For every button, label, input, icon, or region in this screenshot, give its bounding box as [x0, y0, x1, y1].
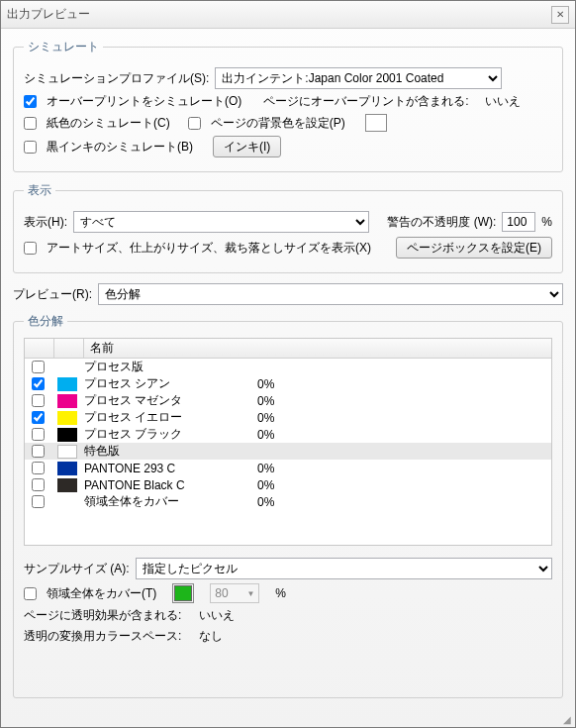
blend-value: なし	[199, 628, 223, 645]
resize-grip-icon[interactable]: ◢	[559, 712, 575, 727]
cover-row: 領域全体をカバー(T) 80 ▼ %	[24, 583, 552, 603]
show-select[interactable]: すべて	[73, 211, 369, 233]
row-checkbox[interactable]	[32, 495, 45, 508]
overprint-checkbox[interactable]	[24, 95, 37, 108]
artsize-row: アートサイズ、仕上がりサイズ、裁ち落としサイズを表示(X) ページボックスを設定…	[24, 237, 552, 259]
color-swatch-icon	[57, 462, 77, 475]
row-name: PANTONE 293 C	[80, 462, 253, 475]
overprint-info-label: ページにオーバープリントが含まれる:	[263, 93, 468, 110]
blend-label: 透明の変換用カラースペース:	[24, 628, 181, 645]
row-name: プロセス マゼンタ	[80, 392, 253, 409]
row-name: 特色版	[80, 443, 253, 460]
bgcolor-label: ページの背景色を設定(P)	[211, 115, 345, 132]
bottom-group: サンプルサイズ (A): 指定したピクセル 領域全体をカバー(T) 80 ▼	[24, 554, 552, 649]
dialog-title: 出力プレビュー	[7, 6, 551, 23]
table-row[interactable]: プロセス版	[25, 359, 551, 375]
paper-checkbox[interactable]	[24, 117, 37, 130]
color-swatch-icon	[57, 478, 77, 492]
artsize-label: アートサイズ、仕上がりサイズ、裁ち落としサイズを表示(X)	[47, 240, 371, 257]
trans-label: ページに透明効果が含まれる:	[24, 607, 181, 624]
blackink-row: 黒インキのシミュレート(B) インキ(I)	[24, 136, 552, 157]
table-row[interactable]: PANTONE Black C0%	[25, 476, 551, 493]
row-value: 0%	[253, 377, 342, 391]
row-checkbox[interactable]	[32, 478, 45, 491]
table-row[interactable]: 特色版	[25, 443, 551, 460]
pagebox-button[interactable]: ページボックスを設定(E)	[396, 237, 552, 259]
profile-select[interactable]: 出力インテント:Japan Color 2001 Coated	[215, 67, 502, 89]
sample-row: サンプルサイズ (A): 指定したピクセル	[24, 558, 552, 579]
paper-row: 紙色のシミュレート(C) ページの背景色を設定(P)	[24, 114, 552, 132]
cover-color-well[interactable]	[172, 583, 194, 603]
row-value: 0%	[253, 394, 342, 408]
profile-row: シミュレーションプロファイル(S): 出力インテント:Japan Color 2…	[24, 67, 552, 89]
color-swatch-icon	[57, 428, 77, 442]
blackink-checkbox[interactable]	[24, 141, 37, 154]
sample-select[interactable]: 指定したピクセル	[136, 558, 552, 579]
preview-select[interactable]: 色分解	[98, 283, 563, 305]
row-checkbox[interactable]	[32, 462, 45, 474]
bgcolor-well[interactable]	[365, 114, 387, 132]
row-name: プロセス イエロー	[80, 409, 253, 426]
table-row[interactable]: 領域全体をカバー0%	[25, 493, 551, 510]
blackink-label: 黒インキのシミュレート(B)	[47, 139, 193, 156]
trans-value: いいえ	[199, 607, 235, 624]
blend-row: 透明の変換用カラースペース: なし	[24, 628, 552, 645]
row-name: プロセス ブラック	[80, 426, 253, 443]
cover-value-select[interactable]: 80 ▼	[210, 583, 259, 603]
row-checkbox[interactable]	[32, 394, 45, 407]
row-value: 0%	[253, 478, 342, 492]
preview-label: プレビュー(R):	[13, 286, 92, 303]
cover-label: 領域全体をカバー(T)	[47, 585, 156, 602]
row-checkbox[interactable]	[32, 428, 45, 441]
separations-body: プロセス版プロセス シアン0%プロセス マゼンタ0%プロセス イエロー0%プロセ…	[25, 359, 551, 510]
artsize-checkbox[interactable]	[24, 242, 37, 255]
warn-input[interactable]	[502, 212, 535, 232]
show-label: 表示(H):	[24, 214, 67, 231]
row-checkbox[interactable]	[32, 445, 45, 458]
overprint-row: オーバープリントをシミュレート(O) ページにオーバープリントが含まれる: いい…	[24, 93, 552, 110]
name-column-header: 名前	[84, 340, 551, 357]
row-name: PANTONE Black C	[80, 478, 253, 492]
table-row[interactable]: プロセス ブラック0%	[25, 426, 551, 443]
ink-button[interactable]: インキ(I)	[213, 136, 281, 157]
color-swatch-icon	[57, 445, 77, 459]
dialog-content: シミュレート シミュレーションプロファイル(S): 出力インテント:Japan …	[1, 29, 575, 712]
row-value: 0%	[253, 411, 342, 425]
close-button[interactable]: ✕	[551, 6, 569, 24]
sample-label: サンプルサイズ (A):	[24, 561, 130, 577]
table-row[interactable]: プロセス シアン0%	[25, 375, 551, 392]
paper-label: 紙色のシミュレート(C)	[47, 115, 170, 132]
row-name: プロセス シアン	[80, 375, 253, 392]
simulate-legend: シミュレート	[24, 39, 103, 55]
row-value: 0%	[253, 428, 342, 442]
trans-row: ページに透明効果が含まれる: いいえ	[24, 607, 552, 624]
close-icon: ✕	[556, 9, 564, 20]
color-swatch-icon	[57, 411, 77, 425]
preview-row: プレビュー(R): 色分解	[13, 283, 563, 305]
bgcolor-checkbox[interactable]	[188, 117, 201, 130]
profile-label: シミュレーションプロファイル(S):	[24, 70, 209, 87]
chevron-down-icon: ▼	[246, 589, 254, 598]
cover-percent: %	[275, 586, 286, 600]
separations-legend: 色分解	[24, 313, 67, 330]
table-row[interactable]: PANTONE 293 C0%	[25, 460, 551, 476]
row-value: 0%	[253, 462, 342, 475]
color-swatch-icon	[57, 377, 77, 391]
cover-checkbox[interactable]	[24, 587, 37, 600]
row-checkbox[interactable]	[32, 377, 45, 390]
row-name: 領域全体をカバー	[80, 493, 253, 510]
row-checkbox[interactable]	[32, 361, 45, 373]
overprint-label: オーバープリントをシミュレート(O)	[47, 93, 241, 110]
cover-value: 80	[215, 586, 228, 600]
row-name: プロセス版	[80, 359, 253, 375]
show-row: 表示(H): すべて 警告の不透明度 (W): %	[24, 211, 552, 233]
row-value: 0%	[253, 495, 342, 509]
color-swatch-icon	[57, 394, 77, 408]
table-row[interactable]: プロセス イエロー0%	[25, 409, 551, 426]
simulate-group: シミュレート シミュレーションプロファイル(S): 出力インテント:Japan …	[13, 39, 563, 172]
table-row[interactable]: プロセス マゼンタ0%	[25, 392, 551, 409]
row-checkbox[interactable]	[32, 411, 45, 424]
display-legend: 表示	[24, 182, 55, 199]
separations-header: 名前	[25, 339, 551, 359]
titlebar: 出力プレビュー ✕	[1, 1, 575, 29]
